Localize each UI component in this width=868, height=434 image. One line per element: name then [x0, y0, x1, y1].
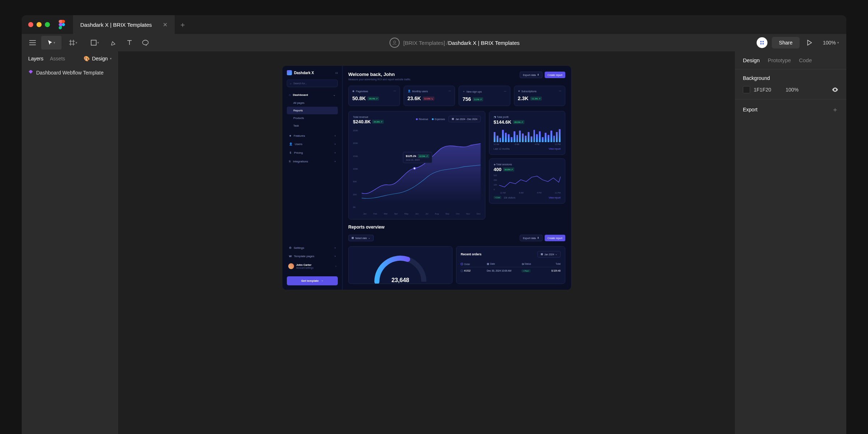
nav-users[interactable]: 👤Users›	[287, 140, 338, 148]
more-icon[interactable]: ⋯	[448, 90, 451, 93]
more-icon[interactable]: ⋯	[393, 90, 396, 93]
pen-tool[interactable]	[106, 36, 121, 50]
nav-reports[interactable]: Reports	[287, 107, 338, 114]
file-tab[interactable]: Dashdark X | BRIX Templates ✕	[73, 15, 175, 34]
breadcrumb[interactable]: [BRIX Templates] /Dashdark X | BRIX Temp…	[403, 40, 520, 46]
toolbar: ▾ ▾ ▾ [BRIX Templates] /Dashdark X | BRI…	[22, 34, 846, 51]
tab-assets[interactable]: Assets	[50, 56, 65, 61]
select-date-button[interactable]: ▦Select date⌄	[348, 235, 374, 241]
nav-task[interactable]: Task	[287, 122, 338, 129]
nav-template-pages[interactable]: WTemplate pages›	[287, 252, 338, 260]
nav-all-pages[interactable]: All pages	[287, 99, 338, 107]
right-panel-tabs: Design Prototype Code	[735, 51, 846, 69]
plug-icon: ⎘	[289, 160, 291, 163]
page-selector[interactable]: 🎨 Design ▾	[84, 56, 112, 61]
chevron-down-icon: ⌄	[333, 93, 336, 97]
nav-products[interactable]: Products	[287, 114, 338, 122]
window-maximize-icon[interactable]	[45, 22, 50, 27]
tab-design[interactable]: Design	[743, 57, 760, 63]
present-icon[interactable]	[804, 40, 815, 46]
chevron-right-icon: ›	[335, 134, 336, 137]
page-title: Welcome back, John	[348, 72, 411, 77]
workspace: Layers Assets 🎨 Design ▾ Dashboard Webfl…	[22, 51, 846, 434]
tab-code[interactable]: Code	[799, 57, 812, 63]
home-icon: ⌂	[289, 93, 291, 97]
date-range-select[interactable]: ▦Jan 2024 - Dec 2024	[448, 116, 480, 122]
table-header: Order ▦ Date ◑ Status Total	[461, 261, 561, 267]
nav-pricing[interactable]: ＄Pricing›	[287, 148, 338, 157]
svg-point-3	[760, 41, 762, 42]
close-tab-icon[interactable]: ✕	[163, 21, 167, 28]
window-close-icon[interactable]	[28, 22, 33, 27]
move-tool[interactable]: ▾	[41, 36, 61, 50]
chevron-right-icon: ›	[335, 151, 336, 154]
tab-layers[interactable]: Layers	[28, 56, 43, 61]
checkbox-icon[interactable]	[461, 263, 463, 265]
create-report-button[interactable]: Create report	[545, 72, 565, 78]
workspace-avatar[interactable]	[757, 37, 767, 48]
webflow-icon: W	[289, 255, 292, 258]
visibility-icon[interactable]	[832, 88, 838, 92]
nav-features[interactable]: ★Features›	[287, 132, 338, 140]
table-row[interactable]: #1532 Dec 30, 2024 10:06 AM • Paid $ 329…	[461, 267, 561, 274]
shape-tool[interactable]: ▾	[85, 36, 105, 50]
tab-title: Dashdark X | BRIX Templates	[80, 22, 152, 28]
nav-integrations[interactable]: ⎘Integrations›	[287, 157, 338, 166]
export-data-button[interactable]: Export data⬇	[520, 72, 542, 78]
new-tab-icon[interactable]: ＋	[179, 20, 186, 30]
month-select[interactable]: ▦Jan 2024⌄	[537, 251, 561, 258]
x-axis: JanFebMarAprMayJunJulAugSepOctNovDec	[363, 213, 481, 215]
chart-icon: ⬔	[494, 116, 496, 118]
text-tool[interactable]	[122, 36, 137, 50]
color-swatch[interactable]	[743, 86, 750, 93]
star-icon: ★	[518, 90, 520, 93]
zoom-control[interactable]: 100%▾	[819, 40, 843, 46]
window-minimize-icon[interactable]	[37, 22, 42, 27]
view-report-link[interactable]: View report	[549, 148, 561, 150]
comment-tool[interactable]	[138, 36, 153, 50]
chevron-down-icon: ⌄	[368, 237, 370, 239]
share-button[interactable]: Share	[772, 37, 800, 48]
menu-icon[interactable]	[25, 36, 40, 50]
svg-rect-1	[91, 40, 96, 45]
canvas[interactable]: Dashdark X‹› ⌕Search for... ⌂Dashboard⌄ …	[119, 51, 735, 434]
svg-point-8	[413, 167, 415, 169]
hex-value[interactable]: 1F1F20	[754, 87, 771, 93]
chevron-right-icon: ›	[335, 265, 336, 268]
chevron-right-icon: ›	[335, 160, 336, 163]
dash-main: Welcome back, John Measure your advertis…	[342, 66, 571, 290]
dashboard-frame[interactable]: Dashdark X‹› ⌕Search for... ⌂Dashboard⌄ …	[282, 66, 571, 290]
opacity-value[interactable]: 100%	[786, 87, 799, 93]
create-report-button[interactable]: Create report	[545, 235, 565, 241]
export-section: Export ＋	[735, 99, 846, 120]
dash-logo[interactable]: Dashdark X‹›	[287, 70, 338, 75]
more-icon[interactable]: ⋯	[559, 90, 561, 93]
search-input[interactable]: ⌕Search for...	[287, 80, 338, 87]
gauge-card: 23,648	[348, 246, 452, 284]
tab-bar: Dashdark X | BRIX Templates ✕ ＋	[22, 15, 846, 34]
nav-settings[interactable]: ⚙Settings›	[287, 244, 338, 252]
chart-row: Total revenue$240.8K24.6% ↗ Revenue Expe…	[348, 111, 565, 220]
svg-rect-7	[29, 70, 33, 74]
view-report-link[interactable]: View report	[549, 196, 561, 199]
user-avatar-icon[interactable]	[390, 38, 400, 48]
nav-dashboard[interactable]: ⌂Dashboard⌄	[287, 91, 338, 99]
checkbox-icon[interactable]	[461, 270, 463, 272]
user-icon: 👤	[408, 90, 411, 93]
tab-prototype[interactable]: Prototype	[768, 57, 791, 63]
export-data-button[interactable]: Export data⬇	[520, 235, 542, 241]
get-template-button[interactable]: Get template→	[287, 276, 338, 285]
activity-icon: ◈	[494, 163, 495, 166]
kpi-card: 👤Monthly users⋯23.6K12.6% ↘	[404, 86, 455, 106]
status-icon: ◑	[522, 263, 524, 265]
add-export-icon[interactable]: ＋	[832, 105, 838, 114]
svg-point-2	[393, 41, 396, 43]
account-row[interactable]: John CarterAccount settings ›	[287, 260, 338, 272]
frame-tool[interactable]: ▾	[63, 36, 83, 50]
toolbar-center: [BRIX Templates] /Dashdark X | BRIX Temp…	[153, 38, 757, 48]
more-icon[interactable]: ⋯	[504, 90, 506, 93]
toolbar-left: ▾ ▾ ▾	[25, 36, 153, 50]
dash-sidebar: Dashdark X‹› ⌕Search for... ⌂Dashboard⌄ …	[282, 66, 342, 290]
kpi-row: ◉Pageviews⋯50.8K28.4% ↗ 👤Monthly users⋯2…	[348, 86, 565, 106]
layer-row[interactable]: Dashboard Webflow Template	[22, 66, 118, 80]
